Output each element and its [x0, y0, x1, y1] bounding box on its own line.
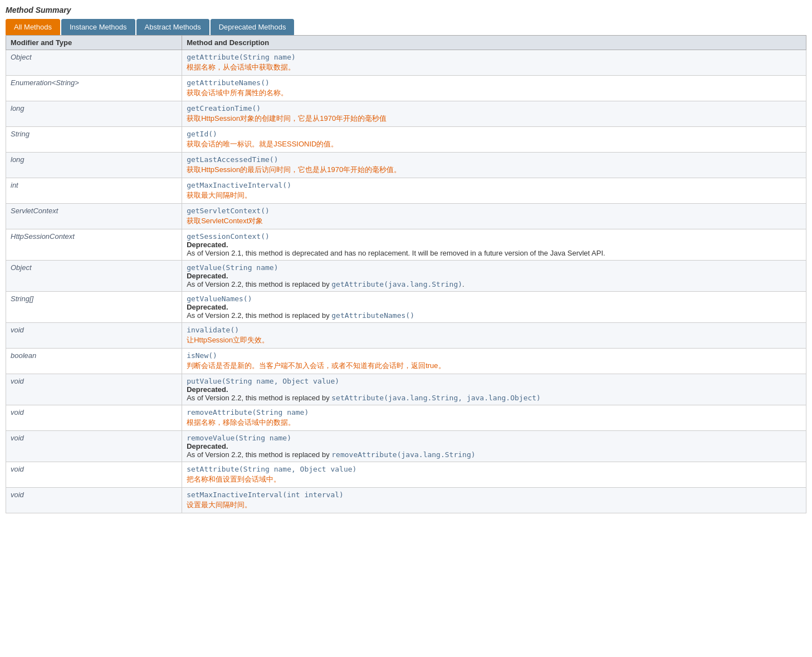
method-detail: invalidate()让HttpSession立即失效。 [182, 323, 806, 349]
method-type: void [6, 405, 182, 431]
method-detail: getAttributeNames()获取会话域中所有属性的名称。 [182, 76, 806, 101]
method-type: Enumeration<String> [6, 76, 182, 101]
method-name[interactable]: getId() [187, 130, 801, 138]
method-name[interactable]: getValueNames() [187, 295, 801, 303]
method-name[interactable]: setAttribute(String name, Object value) [187, 465, 801, 473]
table-row: ObjectgetAttribute(String name)根据名称，从会话域… [6, 50, 806, 76]
method-type: void [6, 374, 182, 405]
deprecated-code[interactable]: setAttribute(java.lang.String, java.lang… [331, 394, 541, 402]
method-desc-cn: 让HttpSession立即失效。 [187, 335, 801, 345]
method-type: String[] [6, 292, 182, 323]
table-row: booleanisNew()判断会话是否是新的。当客户端不加入会话，或者不知道有… [6, 349, 806, 374]
method-detail: removeAttribute(String name)根据名称，移除会话域中的… [182, 405, 806, 431]
deprecated-text: As of Version 2.1, this method is deprec… [187, 249, 801, 257]
col-modifier-type: Modifier and Type [6, 36, 182, 50]
method-type: void [6, 462, 182, 488]
method-detail: getMaxInactiveInterval()获取最大间隔时间。 [182, 178, 806, 204]
method-detail: getValueNames()Deprecated.As of Version … [182, 292, 806, 323]
deprecated-text: As of Version 2.2, this method is replac… [187, 311, 801, 320]
table-row: voidsetMaxInactiveInterval(int interval)… [6, 488, 806, 513]
method-type: long [6, 153, 182, 178]
table-row: Enumeration<String>getAttributeNames()获取… [6, 76, 806, 101]
method-type: void [6, 488, 182, 513]
method-type: long [6, 101, 182, 127]
method-name[interactable]: getServletContext() [187, 207, 801, 215]
method-desc-cn: 设置最大间隔时间。 [187, 500, 801, 510]
method-desc-cn: 获取ServletContext对象 [187, 216, 801, 226]
method-name[interactable]: invalidate() [187, 326, 801, 334]
deprecated-text: As of Version 2.2, this method is replac… [187, 280, 801, 288]
method-detail: getAttribute(String name)根据名称，从会话域中获取数据。 [182, 50, 806, 76]
method-desc-cn: 获取会话的唯一标识。就是JSESSIONID的值。 [187, 139, 801, 149]
method-name[interactable]: putValue(String name, Object value) [187, 377, 801, 385]
table-header-row: Modifier and Type Method and Description [6, 36, 806, 50]
method-name[interactable]: getSessionContext() [187, 232, 801, 241]
table-row: StringgetId()获取会话的唯一标识。就是JSESSIONID的值。 [6, 127, 806, 153]
table-row: voidputValue(String name, Object value)D… [6, 374, 806, 405]
method-desc-cn: 获取会话域中所有属性的名称。 [187, 88, 801, 98]
deprecated-label: Deprecated. [187, 385, 801, 394]
method-name[interactable]: getValue(String name) [187, 263, 801, 272]
table-row: voidremoveAttribute(String name)根据名称，移除会… [6, 405, 806, 431]
col-method-desc: Method and Description [182, 36, 806, 50]
deprecated-text: As of Version 2.2, this method is replac… [187, 394, 801, 402]
deprecated-code[interactable]: removeAttribute(java.lang.String) [331, 450, 475, 459]
table-row: voidsetAttribute(String name, Object val… [6, 462, 806, 488]
method-detail: getId()获取会话的唯一标识。就是JSESSIONID的值。 [182, 127, 806, 153]
deprecated-label: Deprecated. [187, 442, 801, 450]
method-detail: removeValue(String name)Deprecated.As of… [182, 431, 806, 462]
deprecated-text: As of Version 2.2, this method is replac… [187, 450, 801, 459]
method-name[interactable]: getMaxInactiveInterval() [187, 181, 801, 189]
method-name[interactable]: getAttributeNames() [187, 79, 801, 87]
method-type: Object [6, 50, 182, 76]
tab-deprecated-methods[interactable]: Deprecated Methods [211, 19, 295, 35]
method-detail: getValue(String name)Deprecated.As of Ve… [182, 261, 806, 292]
method-name[interactable]: getAttribute(String name) [187, 53, 801, 61]
table-row: voidremoveValue(String name)Deprecated.A… [6, 431, 806, 462]
deprecated-code[interactable]: getAttribute(java.lang.String) [331, 280, 462, 288]
method-detail: getSessionContext()Deprecated.As of Vers… [182, 229, 806, 261]
method-summary-section: Method Summary All Methods Instance Meth… [6, 6, 806, 513]
method-desc-cn: 判断会话是否是新的。当客户端不加入会话，或者不知道有此会话时，返回true。 [187, 361, 801, 371]
method-desc-cn: 获取HttpSession对象的创建时间，它是从1970年开始的毫秒值 [187, 114, 801, 124]
method-name[interactable]: setMaxInactiveInterval(int interval) [187, 491, 801, 499]
method-table: Modifier and Type Method and Description… [6, 35, 806, 513]
method-desc-cn: 把名称和值设置到会话域中。 [187, 474, 801, 484]
method-name[interactable]: getLastAccessedTime() [187, 155, 801, 164]
method-type: int [6, 178, 182, 204]
method-desc-cn: 根据名称，从会话域中获取数据。 [187, 62, 801, 72]
method-desc-cn: 获取HttpSession的最后访问时间，它也是从1970年开始的毫秒值。 [187, 165, 801, 175]
table-row: longgetLastAccessedTime()获取HttpSession的最… [6, 153, 806, 178]
method-type: void [6, 431, 182, 462]
table-row: longgetCreationTime()获取HttpSession对象的创建时… [6, 101, 806, 127]
method-name[interactable]: removeValue(String name) [187, 434, 801, 442]
tab-abstract-methods[interactable]: Abstract Methods [136, 19, 209, 35]
deprecated-label: Deprecated. [187, 241, 801, 249]
table-row: String[]getValueNames()Deprecated.As of … [6, 292, 806, 323]
method-detail: getLastAccessedTime()获取HttpSession的最后访问时… [182, 153, 806, 178]
method-detail: isNew()判断会话是否是新的。当客户端不加入会话，或者不知道有此会话时，返回… [182, 349, 806, 374]
tab-all-methods[interactable]: All Methods [6, 19, 60, 35]
method-detail: getCreationTime()获取HttpSession对象的创建时间，它是… [182, 101, 806, 127]
method-desc-cn: 根据名称，移除会话域中的数据。 [187, 418, 801, 428]
method-name[interactable]: isNew() [187, 351, 801, 360]
page-title: Method Summary [6, 6, 806, 14]
deprecated-label: Deprecated. [187, 303, 801, 311]
method-detail: setAttribute(String name, Object value)把… [182, 462, 806, 488]
table-row: ObjectgetValue(String name)Deprecated.As… [6, 261, 806, 292]
method-type: ServletContext [6, 204, 182, 229]
method-desc-cn: 获取最大间隔时间。 [187, 190, 801, 200]
method-name[interactable]: removeAttribute(String name) [187, 408, 801, 416]
table-row: ServletContextgetServletContext()获取Servl… [6, 204, 806, 229]
method-type: HttpSessionContext [6, 229, 182, 261]
deprecated-code[interactable]: getAttributeNames() [331, 311, 414, 320]
method-detail: putValue(String name, Object value)Depre… [182, 374, 806, 405]
method-name[interactable]: getCreationTime() [187, 104, 801, 112]
method-type: String [6, 127, 182, 153]
tab-instance-methods[interactable]: Instance Methods [61, 19, 135, 35]
table-row: HttpSessionContextgetSessionContext()Dep… [6, 229, 806, 261]
method-detail: getServletContext()获取ServletContext对象 [182, 204, 806, 229]
method-type: Object [6, 261, 182, 292]
method-type: void [6, 323, 182, 349]
table-row: voidinvalidate()让HttpSession立即失效。 [6, 323, 806, 349]
